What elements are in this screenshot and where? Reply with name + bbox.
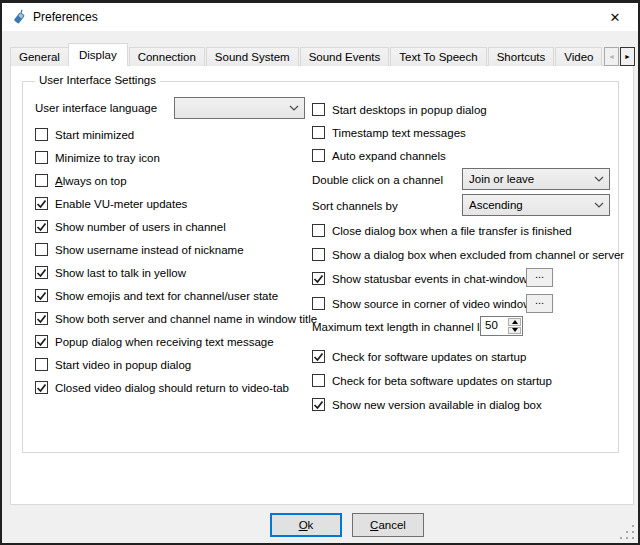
checkbox-show-user-count[interactable]: Show number of users in channel <box>35 219 226 234</box>
chevron-down-icon <box>589 176 609 183</box>
checkbox-check-beta-updates[interactable]: Check for beta software updates on start… <box>312 373 552 388</box>
checkbox-box <box>35 289 48 302</box>
checkbox-box <box>312 350 325 363</box>
tab-general[interactable]: General <box>10 47 69 66</box>
double-click-label: Double click on a channel <box>312 172 443 187</box>
checkbox-show-username[interactable]: Show username instead of nickname <box>35 242 244 257</box>
arrow-down-icon <box>512 328 518 332</box>
checkbox-box <box>312 297 325 310</box>
checkbox-always-on-top[interactable]: Always on top <box>35 173 127 188</box>
max-text-length-spinner[interactable]: 50 <box>480 316 523 336</box>
checkbox-box <box>35 151 48 164</box>
checkbox-box <box>312 272 325 285</box>
title-bar: Preferences ✕ <box>2 3 638 31</box>
checkbox-video-popup[interactable]: Start video in popup dialog <box>35 357 191 372</box>
checkbox-box <box>35 381 48 394</box>
checkbox-minimize-to-tray[interactable]: Minimize to tray icon <box>35 150 160 165</box>
spinner-up-button[interactable] <box>508 318 521 326</box>
tab-video[interactable]: Video <box>555 47 602 66</box>
checkbox-box <box>35 220 48 233</box>
checkbox-box <box>35 312 48 325</box>
checkbox-vu-meter[interactable]: Enable VU-meter updates <box>35 196 187 211</box>
checkbox-box <box>35 174 48 187</box>
ok-button[interactable]: Ok <box>270 513 342 537</box>
checkbox-box <box>35 197 48 210</box>
checkbox-new-version-dialog[interactable]: Show new version available in dialog box <box>312 397 542 412</box>
checkbox-box <box>312 374 325 387</box>
checkbox-box <box>35 128 48 141</box>
preferences-window: Preferences ✕ General Display Connection… <box>0 0 640 545</box>
checkbox-box <box>312 126 325 139</box>
sort-channels-combobox[interactable]: Ascending <box>462 194 610 216</box>
tab-sound-system[interactable]: Sound System <box>206 47 299 66</box>
tab-shortcuts[interactable]: Shortcuts <box>488 47 555 66</box>
cancel-button[interactable]: Cancel <box>352 513 424 537</box>
chevron-down-icon <box>589 202 609 209</box>
resize-grip-icon[interactable] <box>620 525 634 539</box>
tab-scroll-left-icon[interactable]: ◄ <box>604 47 619 66</box>
checkbox-timestamp[interactable]: Timestamp text messages <box>312 125 466 140</box>
chevron-down-icon <box>284 105 304 112</box>
spinner-down-button[interactable] <box>508 327 521 335</box>
checkbox-server-channel-title[interactable]: Show both server and channel name in win… <box>35 311 317 326</box>
statusbar-events-more-button[interactable]: ... <box>526 268 553 287</box>
language-combobox[interactable] <box>174 97 305 119</box>
tab-display[interactable]: Display <box>68 43 128 66</box>
checkbox-box <box>35 358 48 371</box>
spinner-value: 50 <box>481 317 507 335</box>
window-title: Preferences <box>33 10 98 24</box>
checkbox-desktops-popup[interactable]: Start desktops in popup dialog <box>312 102 487 117</box>
checkbox-start-minimized[interactable]: Start minimized <box>35 127 134 142</box>
checkbox-box <box>312 149 325 162</box>
max-text-length-label: Maximum text length in channel list <box>312 319 491 334</box>
sort-channels-label: Sort channels by <box>312 198 398 213</box>
tab-sound-events[interactable]: Sound Events <box>300 47 390 66</box>
checkbox-box <box>35 266 48 279</box>
checkbox-close-on-transfer[interactable]: Close dialog box when a file transfer is… <box>312 223 572 238</box>
language-label: User interface language <box>35 100 157 115</box>
checkbox-video-source-corner[interactable]: Show source in corner of video window <box>312 296 531 311</box>
tab-strip: General Display Connection Sound System … <box>10 43 606 66</box>
checkbox-excluded-dialog[interactable]: Show a dialog box when excluded from cha… <box>312 247 624 262</box>
checkbox-check-updates[interactable]: Check for software updates on startup <box>312 349 526 364</box>
tab-scroll-right-icon[interactable]: ► <box>620 47 635 66</box>
double-click-combobox[interactable]: Join or leave <box>462 168 610 190</box>
checkbox-auto-expand[interactable]: Auto expand channels <box>312 148 446 163</box>
app-icon <box>11 9 27 25</box>
group-title: User Interface Settings <box>35 74 160 86</box>
checkbox-box <box>35 243 48 256</box>
checkbox-statusbar-events[interactable]: Show statusbar events in chat-window <box>312 271 528 286</box>
tab-text-to-speech[interactable]: Text To Speech <box>390 47 486 66</box>
checkbox-emojis[interactable]: Show emojis and text for channel/user st… <box>35 288 278 303</box>
checkbox-box <box>312 103 325 116</box>
checkbox-last-to-talk[interactable]: Show last to talk in yellow <box>35 265 186 280</box>
checkbox-box <box>35 335 48 348</box>
checkbox-popup-text-message[interactable]: Popup dialog when receiving text message <box>35 334 274 349</box>
checkbox-box <box>312 398 325 411</box>
arrow-up-icon <box>512 320 518 324</box>
checkbox-box <box>312 224 325 237</box>
close-button[interactable]: ✕ <box>594 3 636 31</box>
video-source-more-button[interactable]: ... <box>526 294 553 313</box>
checkbox-closed-video-return[interactable]: Closed video dialog should return to vid… <box>35 380 289 395</box>
checkbox-box <box>312 248 325 261</box>
tab-connection[interactable]: Connection <box>129 47 205 66</box>
